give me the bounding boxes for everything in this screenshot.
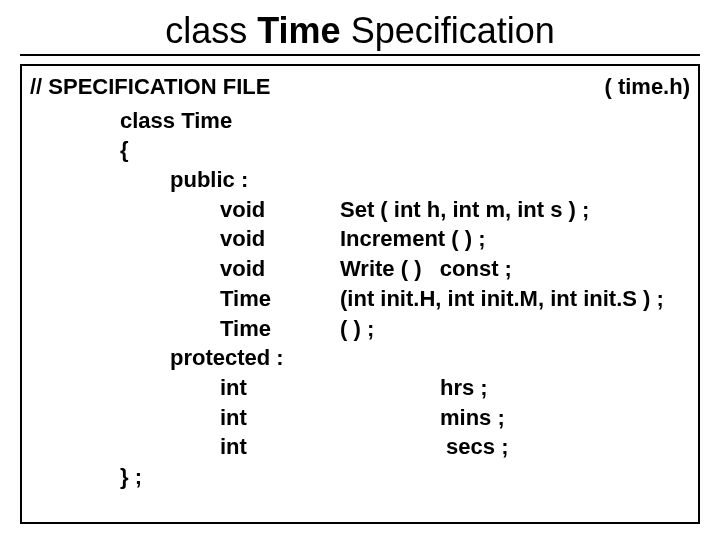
public-label: public : (120, 165, 690, 195)
public-member: void Increment ( ) ; (120, 224, 690, 254)
public-member: Time ( ) ; (120, 314, 690, 344)
member-type: int (220, 373, 440, 403)
member-rest: Set ( int h, int m, int s ) ; (340, 195, 589, 225)
member-type: void (220, 195, 340, 225)
member-type: Time (220, 314, 340, 344)
class-declaration: class Time (120, 106, 690, 136)
member-name: mins ; (440, 403, 505, 433)
public-member: void Write ( ) const ; (120, 254, 690, 284)
page-title: class Time Specification (20, 10, 700, 56)
file-header-filename: ( time.h) (604, 72, 690, 102)
member-rest: Write ( ) const ; (340, 254, 512, 284)
protected-member: int mins ; (120, 403, 690, 433)
member-rest: ( ) ; (340, 314, 374, 344)
protected-member: int hrs ; (120, 373, 690, 403)
member-type: void (220, 224, 340, 254)
member-type: Time (220, 284, 340, 314)
member-type: int (220, 432, 440, 462)
member-rest: (int init.H, int init.M, int init.S ) ; (340, 284, 664, 314)
member-name: hrs ; (440, 373, 488, 403)
member-rest: Increment ( ) ; (340, 224, 485, 254)
protected-member: int secs ; (120, 432, 690, 462)
public-member: void Set ( int h, int m, int s ) ; (120, 195, 690, 225)
title-suffix: Specification (341, 10, 555, 51)
public-member: Time (int init.H, int init.M, int init.S… (120, 284, 690, 314)
member-name: secs ; (440, 432, 509, 462)
protected-label: protected : (120, 343, 690, 373)
member-type: void (220, 254, 340, 284)
title-bold: Time (257, 10, 340, 51)
close-brace: } ; (120, 462, 690, 492)
code-box: // SPECIFICATION FILE ( time.h) class Ti… (20, 64, 700, 524)
member-type: int (220, 403, 440, 433)
code-body: class Time { public : void Set ( int h, … (120, 106, 690, 492)
file-header-comment: // SPECIFICATION FILE (30, 72, 270, 102)
slide: class Time Specification // SPECIFICATIO… (0, 10, 720, 540)
file-header: // SPECIFICATION FILE ( time.h) (30, 72, 690, 102)
title-prefix: class (165, 10, 257, 51)
open-brace: { (120, 135, 690, 165)
